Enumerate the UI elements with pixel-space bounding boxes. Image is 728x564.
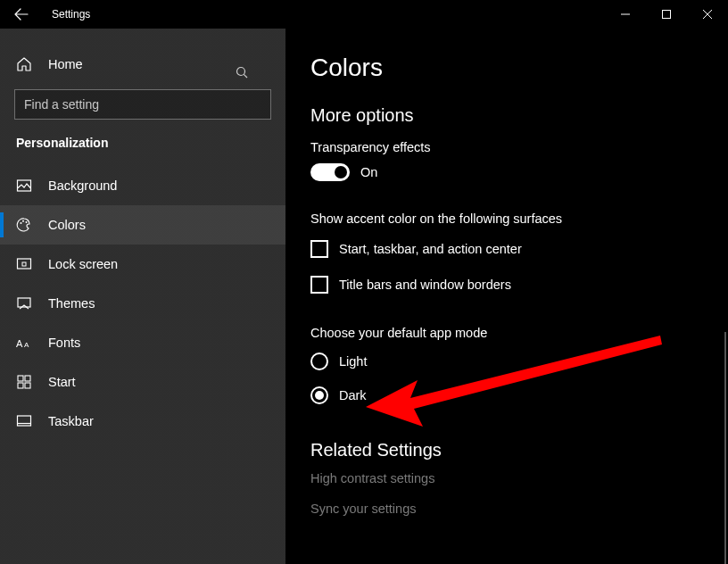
taskbar-icon [16,413,32,429]
palette-icon [16,217,32,233]
sidebar-item-themes[interactable]: Themes [0,284,285,323]
search-input[interactable] [14,89,271,120]
sidebar-item-label: Themes [48,296,95,311]
more-options-heading: More options [310,105,701,126]
accent-start-checkbox[interactable]: Start, taskbar, and action center [310,240,701,258]
close-button[interactable] [687,0,728,29]
title-bar: Settings [0,0,728,29]
sidebar-home-label: Home [48,57,83,71]
sidebar-item-label: Start [48,375,76,389]
radio-icon [310,386,328,404]
svg-rect-7 [22,262,26,266]
transparency-state: On [360,165,377,179]
app-mode-heading: Choose your default app mode [310,326,701,340]
content-pane: Colors More options Transparency effects… [285,29,728,564]
radio-icon [310,352,328,370]
picture-icon [16,178,32,194]
svg-rect-0 [663,11,671,19]
sidebar-item-lock-screen[interactable]: Lock screen [0,245,285,284]
lock-screen-icon [16,256,32,272]
app-mode-light-radio[interactable]: Light [310,352,701,370]
sidebar-home[interactable]: Home [0,45,285,84]
checkbox-label: Title bars and window borders [339,278,511,292]
sidebar-item-start[interactable]: Start [0,362,285,402]
transparency-toggle[interactable] [310,163,350,181]
related-settings-heading: Related Settings [310,440,701,460]
accent-surfaces-heading: Show accent color on the following surfa… [310,212,701,226]
start-icon [16,374,32,390]
minimize-icon [621,10,630,19]
checkbox-icon [310,276,328,294]
svg-rect-13 [18,383,23,388]
scrollbar[interactable] [724,332,726,564]
svg-rect-15 [18,416,31,426]
svg-rect-14 [25,383,30,388]
sidebar-item-label: Fonts [48,336,80,350]
sidebar-item-label: Lock screen [48,257,118,271]
close-icon [703,10,712,19]
checkbox-label: Start, taskbar, and action center [339,242,522,256]
svg-point-4 [22,220,24,222]
themes-icon [16,295,32,311]
back-button[interactable] [7,0,36,29]
svg-point-5 [26,221,28,223]
sidebar-item-label: Background [48,178,117,193]
transparency-label: Transparency effects [310,140,701,154]
home-icon [16,56,32,72]
sidebar-item-label: Colors [48,218,86,232]
high-contrast-link[interactable]: High contrast settings [310,471,701,485]
sidebar-item-taskbar[interactable]: Taskbar [0,402,285,441]
checkbox-icon [310,240,328,258]
fonts-icon: AA [16,335,32,351]
svg-point-3 [21,222,22,224]
radio-label: Dark [339,388,367,402]
sidebar-category: Personalization [0,132,285,150]
back-arrow-icon [14,7,29,21]
sync-settings-link[interactable]: Sync your settings [310,502,701,516]
toggle-knob-icon [335,166,347,178]
svg-text:A: A [16,338,23,349]
maximize-icon [662,10,671,19]
app-mode-dark-radio[interactable]: Dark [310,386,701,404]
maximize-button[interactable] [646,0,687,29]
radio-label: Light [339,354,367,369]
sidebar: Home Personalization Background [0,29,285,564]
minimize-button[interactable] [605,0,646,29]
accent-titlebars-checkbox[interactable]: Title bars and window borders [310,276,701,294]
sidebar-item-label: Taskbar [48,414,94,428]
svg-rect-12 [25,376,30,381]
svg-rect-6 [18,259,31,269]
page-title: Colors [310,54,701,82]
svg-rect-11 [18,376,23,381]
svg-text:A: A [24,341,29,349]
window-title: Settings [52,8,90,21]
sidebar-item-background[interactable]: Background [0,166,285,205]
sidebar-item-fonts[interactable]: AA Fonts [0,323,285,362]
sidebar-item-colors[interactable]: Colors [0,205,285,245]
